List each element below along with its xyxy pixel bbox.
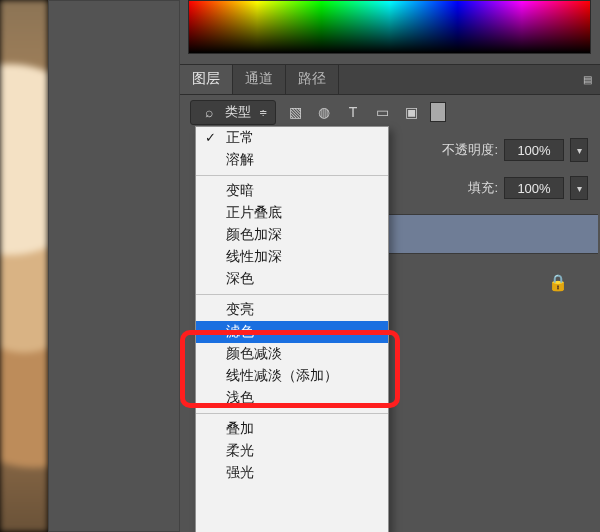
menu-separator: [196, 175, 388, 176]
blend-mode-item[interactable]: 深色: [196, 268, 388, 290]
blend-mode-item[interactable]: 颜色加深: [196, 224, 388, 246]
blend-mode-item[interactable]: 变暗: [196, 180, 388, 202]
blend-mode-menu: 正常✓溶解变暗正片叠底颜色加深线性加深深色变亮滤色颜色减淡线性减淡（添加）浅色叠…: [195, 126, 389, 532]
lock-icon[interactable]: 🔒: [548, 273, 566, 291]
blend-mode-item[interactable]: 变亮: [196, 299, 388, 321]
blend-mode-item[interactable]: 正片叠底: [196, 202, 388, 224]
canvas-photo-edge: [0, 0, 48, 532]
opacity-dropdown-icon[interactable]: ▾: [570, 138, 588, 162]
blend-mode-item[interactable]: 浅色: [196, 387, 388, 409]
filter-switch[interactable]: [430, 102, 446, 122]
tab-channels[interactable]: 通道: [233, 65, 286, 94]
fill-row: 填充: 100% ▾: [388, 174, 588, 202]
filter-shape-icon[interactable]: ▭: [372, 102, 392, 122]
opacity-row: 不透明度: 100% ▾: [388, 136, 588, 164]
blend-mode-item[interactable]: 溶解: [196, 149, 388, 171]
panel-tabs: 图层 通道 路径 ▤: [180, 64, 600, 95]
color-picker-spectrum[interactable]: [188, 0, 591, 54]
opacity-label: 不透明度:: [442, 141, 498, 159]
check-icon: ✓: [205, 130, 216, 145]
panel-menu-icon[interactable]: ▤: [576, 65, 600, 94]
blend-mode-item[interactable]: 柔光: [196, 440, 388, 462]
blend-mode-item[interactable]: 颜色减淡: [196, 343, 388, 365]
selected-layer-strip[interactable]: [388, 214, 598, 254]
filter-kind-dropdown[interactable]: ⌕ 类型 ≑: [190, 100, 276, 125]
tab-layers[interactable]: 图层: [180, 65, 233, 94]
fill-value[interactable]: 100%: [504, 177, 564, 199]
blend-mode-item[interactable]: 滤色: [196, 321, 388, 343]
tab-paths[interactable]: 路径: [286, 65, 339, 94]
blend-mode-item[interactable]: 正常✓: [196, 127, 388, 149]
filter-adjust-icon[interactable]: ◍: [314, 102, 334, 122]
filter-smart-icon[interactable]: ▣: [401, 102, 421, 122]
workspace-gap: [48, 0, 180, 532]
filter-text-icon[interactable]: T: [343, 102, 363, 122]
blend-mode-item[interactable]: 强光: [196, 462, 388, 484]
filter-pixel-icon[interactable]: ▧: [285, 102, 305, 122]
opacity-value[interactable]: 100%: [504, 139, 564, 161]
layer-filter-row: ⌕ 类型 ≑ ▧ ◍ T ▭ ▣: [180, 94, 600, 130]
search-icon: ⌕: [199, 102, 219, 122]
fill-label: 填充:: [468, 179, 498, 197]
blend-mode-item[interactable]: 线性减淡（添加）: [196, 365, 388, 387]
fill-dropdown-icon[interactable]: ▾: [570, 176, 588, 200]
menu-separator: [196, 413, 388, 414]
filter-kind-label: 类型: [225, 103, 251, 121]
root: 图层 通道 路径 ▤ ⌕ 类型 ≑ ▧ ◍ T ▭ ▣ 不透明度: 100% ▾…: [0, 0, 600, 532]
blend-mode-item[interactable]: 叠加: [196, 418, 388, 440]
chevron-updown-icon: ≑: [257, 106, 269, 118]
blend-mode-item[interactable]: 线性加深: [196, 246, 388, 268]
menu-separator: [196, 294, 388, 295]
